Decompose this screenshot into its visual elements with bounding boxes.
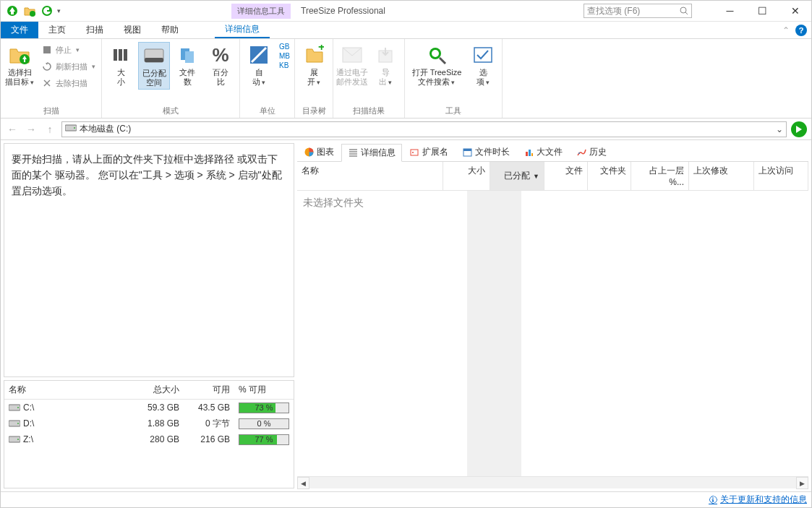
stop-scan-button[interactable]: 停止▾ — [38, 42, 98, 58]
mode-percent-button[interactable]: % 百分 比 — [205, 42, 236, 88]
unit-kb[interactable]: KB — [278, 61, 291, 70]
horizontal-scrollbar[interactable]: ◀ ▶ — [297, 476, 808, 488]
go-scan-button[interactable] — [791, 121, 807, 137]
svg-point-44 — [578, 152, 580, 154]
svg-point-29 — [17, 423, 19, 424]
svg-rect-43 — [531, 153, 533, 156]
instructions-text: 要开始扫描，请从上面的文件夹下拉框中选择路径 或双击下面的某个 驱动器。 您可以… — [12, 153, 282, 197]
detail-tab-details[interactable]: 详细信息 — [341, 144, 402, 162]
menu-tabs: 文件 主页 扫描 视图 帮助 详细信息 ⌃ ? — [1, 22, 811, 39]
svg-rect-11 — [124, 49, 127, 61]
scroll-left-button[interactable]: ◀ — [297, 477, 309, 489]
address-bar[interactable]: 本地磁盘 (C:) ⌄ — [61, 121, 787, 137]
qat-folder-icon[interactable] — [22, 4, 37, 18]
drive-row[interactable]: D:\ 1.88 GB 0 字节 0 % — [4, 416, 294, 431]
svg-point-27 — [17, 407, 19, 408]
svg-rect-41 — [526, 152, 528, 156]
mode-size-button[interactable]: 大 小 — [105, 42, 137, 88]
svg-point-25 — [74, 127, 75, 129]
drive-col-total[interactable]: 总大小 — [133, 381, 184, 399]
tab-details[interactable]: 详细信息 — [215, 22, 270, 38]
detail-tab-ext[interactable]: 扩展名 — [403, 143, 455, 161]
svg-point-38 — [412, 152, 414, 153]
expand-tree-icon: + — [302, 43, 325, 66]
envelope-icon — [341, 43, 364, 66]
svg-point-3 — [680, 7, 686, 13]
list-icon — [348, 148, 358, 158]
ribbon-group-result-label: 扫描结果 — [336, 104, 401, 118]
unit-gb[interactable]: GB — [278, 42, 291, 51]
col-files[interactable]: 文件 — [544, 162, 588, 190]
minimize-button[interactable]: ─ — [714, 1, 746, 22]
unit-auto-button[interactable]: 自 动 — [243, 42, 275, 89]
ruler-icon — [247, 43, 270, 66]
options-button[interactable]: 选 项 — [467, 42, 499, 89]
nav-up-button[interactable]: ↑ — [43, 122, 57, 137]
col-folders[interactable]: 文件夹 — [588, 162, 631, 190]
drive-col-avail[interactable]: 可用 — [184, 381, 234, 399]
remove-scan-button[interactable]: 去除扫描 — [38, 75, 98, 91]
col-name[interactable]: 名称 — [297, 162, 443, 190]
ribbon-group-unit-label: 单位 — [243, 104, 291, 118]
collapse-ribbon-icon[interactable]: ⌃ — [782, 25, 790, 35]
unit-mb[interactable]: MB — [278, 51, 291, 61]
ribbon-group-scan-label: 扫描 — [4, 104, 98, 118]
detail-tab-age[interactable]: 文件时长 — [456, 143, 516, 161]
drive-col-name[interactable]: 名称 — [4, 381, 133, 399]
svg-rect-40 — [463, 149, 471, 151]
pie-icon — [304, 147, 314, 158]
detail-tab-history[interactable]: 历史 — [570, 143, 613, 161]
col-pct[interactable]: 占上一层 %... — [631, 162, 689, 190]
email-button[interactable]: 通过电子 邮件发送 — [336, 42, 368, 88]
svg-point-31 — [17, 439, 19, 440]
qat-refresh-icon[interactable] — [40, 4, 54, 18]
ribbon: 选择扫 描目标 停止▾ 刷新扫描▾ 去除扫描 — [1, 39, 811, 119]
col-acc[interactable]: 上次访问 — [754, 162, 808, 190]
maximize-button[interactable]: ☐ — [746, 1, 779, 22]
disk-icon — [142, 44, 166, 67]
drive-row[interactable]: Z:\ 280 GB 216 GB 77 % — [4, 431, 294, 447]
tab-help[interactable]: 帮助 — [151, 22, 189, 38]
export-button[interactable]: 导 出 — [369, 42, 401, 89]
checkbox-icon — [471, 43, 495, 66]
tab-view[interactable]: 视图 — [114, 22, 151, 38]
close-button[interactable]: ✕ — [779, 1, 811, 22]
drive-icon — [65, 124, 77, 135]
no-folder-selected-text: 未选择文件夹 — [297, 191, 808, 215]
address-dropdown-icon[interactable]: ⌄ — [776, 124, 783, 134]
col-mod[interactable]: 上次修改 — [689, 162, 754, 190]
info-icon: 🛈 — [709, 495, 717, 505]
mode-filecount-button[interactable]: 文件 数 — [171, 42, 203, 88]
nav-back-button[interactable]: ← — [5, 122, 20, 137]
detail-tab-big[interactable]: 大文件 — [517, 143, 569, 161]
instructions-panel: 要开始扫描，请从上面的文件夹下拉框中选择路径 或双击下面的某个 驱动器。 您可以… — [4, 143, 294, 377]
scroll-right-button[interactable]: ▶ — [796, 477, 808, 489]
select-scan-target-button[interactable]: 选择扫 描目标 — [4, 42, 35, 89]
refresh-scan-button[interactable]: 刷新扫描▾ — [38, 59, 98, 74]
app-icon — [5, 4, 20, 18]
update-support-link[interactable]: 🛈 关于更新和支持的信息 — [709, 494, 807, 506]
files-icon — [176, 43, 199, 66]
svg-text:+: + — [318, 45, 324, 53]
qat-dropdown[interactable]: ▾ — [57, 7, 61, 14]
drive-row[interactable]: C:\ 59.3 GB 43.5 GB 73 % — [4, 400, 294, 416]
folder-scan-icon — [8, 43, 31, 66]
nav-forward-button[interactable]: → — [24, 122, 38, 137]
tab-file[interactable]: 文件 — [1, 22, 38, 38]
mode-allocated-button[interactable]: 已分配 空间 — [138, 42, 170, 90]
tab-home[interactable]: 主页 — [38, 22, 76, 38]
drive-list-header: 名称 总大小 可用 % 可用 — [4, 381, 294, 400]
drive-col-pct[interactable]: % 可用 — [234, 381, 294, 399]
detail-tab-chart[interactable]: 图表 — [297, 143, 341, 161]
help-icon[interactable]: ? — [795, 25, 807, 36]
svg-rect-15 — [185, 51, 194, 63]
expand-button[interactable]: + 展 开 — [298, 42, 330, 89]
svg-rect-13 — [145, 58, 163, 62]
svg-rect-23 — [474, 48, 492, 62]
col-size[interactable]: 大小 — [443, 162, 490, 190]
col-alloc[interactable]: 已分配▼ — [490, 162, 544, 190]
search-placeholder: 查找选项 (F6) — [587, 5, 640, 17]
open-file-search-button[interactable]: 打开 TreeSize 文件搜索 — [408, 42, 466, 89]
tab-scan[interactable]: 扫描 — [76, 22, 114, 38]
search-options-box[interactable]: 查找选项 (F6) — [584, 4, 692, 18]
